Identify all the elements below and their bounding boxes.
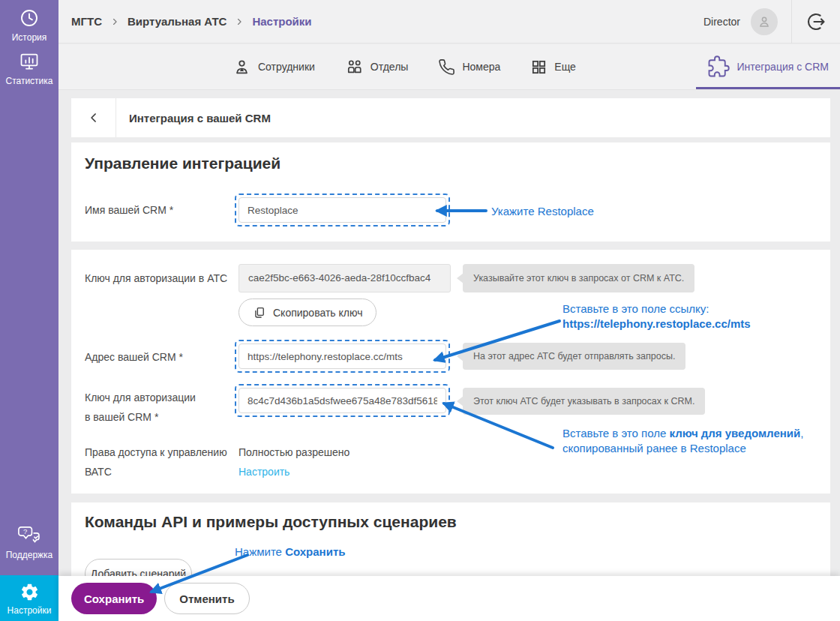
breadcrumb-chevron-icon (110, 16, 120, 27)
back-button[interactable] (71, 98, 116, 137)
crm-key-field-highlight (235, 384, 450, 417)
action-footer: Сохранить Отменить (58, 576, 840, 621)
logout-icon (805, 10, 827, 33)
annotation-url: https://telephony.restoplace.cc/mts (562, 316, 751, 332)
tab-crm-integration[interactable]: Интеграция с CRM (696, 44, 840, 89)
statistics-icon (19, 51, 40, 72)
annotation-crm-name: Укажите Restoplace (491, 204, 594, 219)
sidebar-item-support[interactable]: ? Поддержка (0, 524, 58, 560)
user-icon (757, 14, 772, 29)
crm-key-tooltip: Этот ключ АТС будет указывать в запросах… (463, 388, 705, 415)
annotation-line: Вставьте в это поле ключ для уведомлений… (562, 426, 803, 441)
header-user-area: Director (704, 0, 840, 43)
grid-icon (530, 58, 548, 76)
sidebar-item-label: Настройки (8, 605, 52, 616)
sidebar-item-settings[interactable]: Настройки (0, 575, 58, 621)
permissions-label-line1: Права доступа к управлению (85, 446, 227, 458)
support-icon: ? (17, 524, 41, 546)
top-header: МГТС Виртуальная АТС Настройки Director (58, 0, 840, 44)
permissions-label-line2: ВАТС (85, 466, 112, 478)
departments-icon (345, 58, 364, 76)
sidebar-item-label: Поддержка (6, 550, 53, 560)
avatar[interactable] (751, 8, 778, 35)
back-chevron-icon (86, 110, 101, 125)
phone-icon (438, 58, 455, 76)
breadcrumb-virtual-pbx[interactable]: Виртуальная АТС (128, 15, 226, 28)
integration-keys-card: Ключ для авторизации в АТС cae2f5bc-e663… (71, 250, 830, 494)
crm-key-input[interactable] (238, 388, 446, 413)
atc-key-value-field: cae2f5bc-e663-4026-aeda-28f10ccfbac4 (238, 264, 451, 292)
breadcrumb-settings[interactable]: Настройки (252, 15, 311, 28)
tab-label: Номера (462, 61, 500, 73)
user-name-label: Director (704, 16, 740, 28)
api-section-title: Команды API и примеры доступных сценарие… (85, 513, 457, 531)
save-button[interactable]: Сохранить (71, 583, 157, 614)
annotation-line: Вставьте в это поле ссылку: (562, 302, 751, 316)
annotation-crm-address: Вставьте в это поле ссылку: https://tele… (562, 302, 751, 332)
crm-key-label-line1: Ключ для авторизации (85, 392, 196, 404)
settings-gear-icon (20, 582, 40, 602)
crm-key-label-line2: в вашей CRM * (85, 411, 158, 423)
employees-icon (232, 58, 251, 76)
crm-name-label: Имя вашей CRM * (85, 204, 173, 216)
annotation-crm-key: Вставьте в это поле ключ для уведомлений… (562, 426, 803, 456)
sidebar-item-label: Статистика (5, 76, 52, 86)
section-title: Управление интеграцией (85, 154, 280, 172)
page-subheader: Интеграция с вашей CRM (71, 98, 830, 137)
logout-button[interactable] (792, 0, 840, 43)
tab-label: Еще (554, 61, 576, 73)
cancel-button[interactable]: Отменить (164, 583, 249, 614)
virtual-pbx-settings-page: История Статистика ? Поддержка Настройки… (0, 0, 840, 621)
tab-label: Отделы (370, 61, 409, 73)
atc-key-tooltip: Указывайте этот ключ в запросах от CRM к… (463, 264, 694, 292)
copy-icon (253, 306, 266, 320)
crm-name-field-highlight (235, 194, 450, 226)
tab-employees[interactable]: Сотрудники (232, 44, 315, 89)
annotation-line: скопированный ранее в Restoplace (562, 441, 803, 456)
sidebar-item-label: История (12, 32, 47, 43)
tab-numbers[interactable]: Номера (438, 44, 500, 89)
breadcrumb-mgts[interactable]: МГТС (71, 15, 102, 28)
annotation-save: Нажмите Сохранить (235, 544, 345, 560)
atc-key-label: Ключ для авторизации в АТС (85, 272, 227, 284)
svg-text:?: ? (23, 527, 27, 536)
integration-management-card: Управление интеграцией Имя вашей CRM * (71, 142, 830, 242)
tab-more[interactable]: Еще (530, 44, 576, 89)
permissions-configure-link[interactable]: Настроить (238, 466, 290, 478)
tab-label: Сотрудники (258, 61, 315, 73)
sidebar: История Статистика ? Поддержка Настройки (0, 0, 58, 621)
tab-label: Интеграция с CRM (736, 61, 829, 73)
crm-name-input[interactable] (238, 197, 446, 223)
api-commands-card: Команды API и примеры доступных сценарие… (71, 502, 830, 576)
permissions-value: Полностью разрешено (238, 446, 350, 458)
page-title: Интеграция с вашей CRM (129, 112, 271, 124)
puzzle-icon (707, 56, 730, 78)
sidebar-item-history[interactable]: История (0, 8, 58, 43)
breadcrumb-chevron-icon (234, 16, 244, 27)
copy-key-label: Скопировать ключ (273, 307, 362, 319)
crm-address-field-highlight (235, 340, 450, 373)
tab-departments[interactable]: Отделы (345, 44, 409, 89)
crm-address-label: Адрес вашей CRM * (85, 351, 183, 363)
sidebar-item-statistics[interactable]: Статистика (0, 51, 58, 86)
copy-key-button[interactable]: Скопировать ключ (238, 298, 376, 326)
crm-address-tooltip: На этот адрес АТС будет отправлять запро… (463, 343, 686, 370)
history-icon (19, 8, 40, 28)
crm-address-input[interactable] (238, 344, 446, 369)
tab-bar: Сотрудники Отделы Номера Еще Интеграция … (58, 44, 840, 90)
